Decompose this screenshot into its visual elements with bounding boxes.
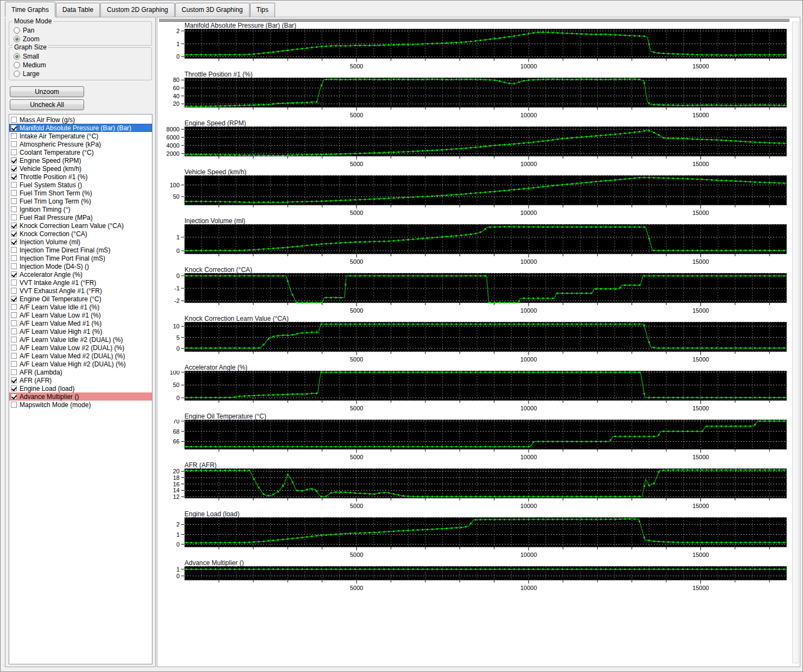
graph-plot[interactable]: 0150001000015000 bbox=[157, 224, 793, 267]
param-row[interactable]: Accelerator Angle (%) bbox=[9, 270, 152, 278]
graph-plot[interactable]: 051050001000015000 bbox=[157, 322, 793, 365]
param-checkbox[interactable] bbox=[11, 149, 17, 155]
param-checkbox[interactable] bbox=[11, 288, 17, 294]
graph-plot[interactable]: 01250001000015000 bbox=[157, 517, 793, 560]
param-checkbox[interactable] bbox=[11, 296, 17, 302]
param-checkbox[interactable] bbox=[11, 214, 17, 220]
param-checkbox[interactable] bbox=[11, 394, 17, 400]
param-checkbox[interactable] bbox=[11, 141, 17, 147]
param-row[interactable]: Atmospheric Pressure (kPa) bbox=[9, 140, 152, 148]
param-checkbox[interactable] bbox=[11, 263, 17, 269]
graph-plot[interactable]: 0150001000015000 bbox=[157, 566, 793, 593]
param-row[interactable]: Mass Air Flow (g/s) bbox=[9, 116, 152, 124]
unzoom-button[interactable]: Unzoom bbox=[10, 86, 84, 97]
param-row[interactable]: VVT Exhaust Angle #1 (°FR) bbox=[9, 287, 152, 295]
param-checkbox[interactable] bbox=[11, 377, 17, 383]
param-row[interactable]: A/F Learn Value Idle #1 (%) bbox=[9, 303, 152, 311]
graph-plot[interactable]: 66687050001000015000 bbox=[157, 420, 793, 462]
param-row[interactable]: Knock Correction (°CA) bbox=[9, 230, 152, 238]
radio-zoom[interactable]: Zoom bbox=[14, 35, 151, 43]
param-checkbox[interactable] bbox=[11, 337, 17, 343]
param-row[interactable]: VVT Intake Angle #1 (°FR) bbox=[9, 278, 152, 287]
param-row[interactable]: Injection Time Port Final (mS) bbox=[9, 254, 152, 262]
param-row[interactable]: Fuel Trim Short Term (%) bbox=[9, 189, 152, 197]
tab-data-table[interactable]: Data Table bbox=[56, 3, 100, 17]
param-row[interactable]: A/F Learn Value Idle #2 (DUAL) (%) bbox=[9, 335, 152, 344]
graph-plot[interactable]: 05010050001000015000 bbox=[157, 371, 793, 414]
graph-plot[interactable]: 5010050001000015000 bbox=[157, 175, 793, 218]
param-checkbox[interactable] bbox=[11, 247, 17, 253]
param-row[interactable]: Manifold Absolute Pressure (Bar) (Bar) bbox=[9, 124, 152, 132]
param-checkbox[interactable] bbox=[11, 312, 17, 318]
graph-plot[interactable]: 2040608050001000015000 bbox=[157, 78, 793, 121]
param-checkbox[interactable] bbox=[11, 133, 17, 139]
param-row[interactable]: A/F Learn Value Low #2 (DUAL) (%) bbox=[9, 344, 152, 352]
graph-plot[interactable]: -2-1050001000015000 bbox=[157, 273, 793, 316]
tab-tips[interactable]: Tips bbox=[250, 3, 275, 17]
param-checkbox[interactable] bbox=[11, 117, 17, 123]
radio-icon[interactable] bbox=[14, 53, 20, 60]
param-checkbox[interactable] bbox=[11, 190, 17, 196]
param-row[interactable]: Fuel Rail Pressure (MPa) bbox=[9, 213, 152, 221]
param-row[interactable]: Mapswitch Mode (mode) bbox=[9, 401, 152, 409]
param-row[interactable]: Fuel System Status () bbox=[9, 181, 152, 189]
param-checkbox[interactable] bbox=[11, 385, 17, 391]
param-checkbox[interactable] bbox=[11, 223, 17, 229]
param-row[interactable]: Engine Load (load) bbox=[9, 384, 152, 392]
param-checkbox[interactable] bbox=[11, 157, 17, 163]
param-checkbox[interactable] bbox=[11, 369, 17, 375]
param-row[interactable]: Injection Volume (ml) bbox=[9, 238, 152, 246]
param-checkbox[interactable] bbox=[11, 182, 17, 188]
param-checkbox[interactable] bbox=[11, 345, 17, 351]
param-row[interactable]: Ignition Timing (°) bbox=[9, 205, 152, 213]
radio-medium[interactable]: Medium bbox=[14, 61, 151, 69]
radio-pan[interactable]: Pan bbox=[14, 26, 151, 35]
param-checkbox[interactable] bbox=[11, 166, 17, 172]
graph-plot[interactable]: 200040006000800050001000015000 bbox=[157, 126, 793, 169]
param-checkbox[interactable] bbox=[11, 361, 17, 367]
param-row[interactable]: Intake Air Temperature (°C) bbox=[9, 132, 152, 140]
param-checkbox[interactable] bbox=[11, 239, 17, 245]
param-row[interactable]: A/F Learn Value High #1 (%) bbox=[9, 327, 152, 335]
param-row[interactable]: Advance Multiplier () bbox=[9, 392, 152, 401]
param-checkbox[interactable] bbox=[11, 402, 17, 408]
param-row[interactable]: Fuel Trim Long Term (%) bbox=[9, 197, 152, 205]
param-row[interactable]: A/F Learn Value Med #2 (DUAL) (%) bbox=[9, 352, 152, 360]
param-checkbox[interactable] bbox=[11, 280, 17, 286]
radio-icon[interactable] bbox=[14, 27, 20, 34]
radio-icon[interactable] bbox=[14, 62, 20, 68]
uncheck-all-button[interactable]: Uncheck All bbox=[10, 99, 84, 110]
param-row[interactable]: Knock Correction Learn Value (°CA) bbox=[9, 221, 152, 230]
param-row[interactable]: AFR (AFR) bbox=[9, 376, 152, 384]
param-row[interactable]: A/F Learn Value High #2 (DUAL) (%) bbox=[9, 360, 152, 368]
param-row[interactable]: A/F Learn Value Med #1 (%) bbox=[9, 319, 152, 327]
param-row[interactable]: Injection Time Direct Final (mS) bbox=[9, 246, 152, 254]
param-row[interactable]: Coolant Temperature (°C) bbox=[9, 148, 152, 156]
param-checkbox[interactable] bbox=[11, 198, 17, 204]
graph-plot[interactable]: 121416182050001000015000 bbox=[157, 468, 793, 511]
param-checkbox[interactable] bbox=[11, 255, 17, 261]
param-checkbox[interactable] bbox=[11, 320, 17, 326]
radio-small[interactable]: Small bbox=[14, 52, 151, 61]
param-checkbox[interactable] bbox=[11, 328, 17, 334]
param-row[interactable]: Throttle Position #1 (%) bbox=[9, 173, 152, 181]
param-checkbox[interactable] bbox=[11, 353, 17, 359]
param-checkbox[interactable] bbox=[11, 125, 17, 131]
param-checkbox[interactable] bbox=[11, 304, 17, 310]
param-row[interactable]: AFR (Lambda) bbox=[9, 368, 152, 376]
tab-time-graphs[interactable]: Time Graphs bbox=[5, 2, 55, 17]
radio-icon[interactable] bbox=[14, 36, 20, 42]
param-row[interactable]: Vehicle Speed (km/h) bbox=[9, 164, 152, 173]
param-row[interactable]: A/F Learn Value Low #1 (%) bbox=[9, 311, 152, 319]
param-row[interactable]: Injection Mode (D4-S) () bbox=[9, 262, 152, 270]
param-checkbox[interactable] bbox=[11, 271, 17, 277]
param-row[interactable]: Engine Oil Temperature (°C) bbox=[9, 295, 152, 303]
param-row[interactable]: Engine Speed (RPM) bbox=[9, 156, 152, 164]
tab-custom-2d-graphing[interactable]: Custom 2D Graphing bbox=[100, 3, 175, 17]
param-checkbox[interactable] bbox=[11, 174, 17, 180]
param-checkbox[interactable] bbox=[11, 231, 17, 237]
param-checkbox[interactable] bbox=[11, 206, 17, 212]
graph-plot[interactable]: 01250001000015000 bbox=[157, 29, 793, 72]
radio-large[interactable]: Large bbox=[14, 69, 151, 78]
radio-icon[interactable] bbox=[14, 71, 20, 77]
